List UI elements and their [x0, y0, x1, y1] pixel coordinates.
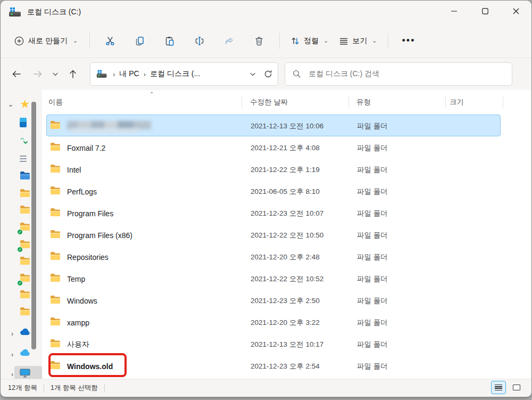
minimize-button[interactable] [439, 1, 470, 22]
status-bar: 12개 항목 1개 항목 선택함 [1, 379, 531, 397]
status-divider [44, 384, 44, 393]
sidebar-item-device[interactable] [1, 118, 42, 132]
file-row[interactable]: Program Files 2021-12-23 오전 10:07 파일 폴더 [46, 202, 501, 224]
column-headers: 이름 ⌃ 수정한 날짜 유형 크기 [42, 92, 531, 111]
sidebar-item-cloud[interactable]: › [1, 349, 42, 363]
sidebar-item-folder[interactable] [1, 189, 42, 202]
paste-icon [164, 36, 175, 46]
type-cell: 파일 폴더 [357, 246, 388, 268]
chevron-right-icon[interactable]: › [11, 371, 13, 378]
address-bar[interactable]: › 내 PC › 로컬 디스크 (... [90, 62, 278, 86]
sidebar-item-folder-check[interactable]: ✓ [1, 240, 42, 254]
rename-button[interactable] [185, 31, 214, 51]
large-icons-view-button[interactable] [509, 381, 524, 394]
sidebar-item-folder-check[interactable]: ✓ [1, 273, 42, 287]
file-row[interactable]: Foxmail 7.2 2021-12-21 오후 4:08 파일 폴더 [46, 136, 501, 158]
sidebar-item-folder[interactable] [1, 307, 42, 321]
folder-icon [20, 290, 30, 301]
sidebar-item-folder[interactable] [1, 205, 42, 219]
folder-icon [20, 307, 30, 318]
file-row[interactable]: Intel 2021-12-22 오후 1:19 파일 폴더 [46, 158, 501, 180]
breadcrumb-local-disk[interactable]: 로컬 디스크 (... [150, 69, 200, 79]
column-header-date[interactable]: 수정한 날짜 [250, 97, 288, 107]
size-cell [443, 290, 502, 312]
navigation-pane: ⌄★ ✓ ✓ ✓ [1, 90, 42, 379]
recent-locations-button[interactable] [48, 64, 62, 84]
column-header-name[interactable]: 이름 [48, 97, 63, 107]
type-cell: 파일 폴더 [357, 333, 388, 355]
folder-icon [50, 339, 61, 350]
folder-name: Foxmail 7.2 [67, 144, 105, 152]
header-divider[interactable] [445, 96, 446, 108]
file-row[interactable]: PerfLogs 2021-06-05 오후 8:10 파일 폴더 [46, 180, 501, 202]
sort-button[interactable]: 정렬 ⌄ [285, 32, 334, 50]
file-row[interactable]: xampp 2021-12-20 오후 3:22 파일 폴더 [46, 311, 501, 333]
sidebar-item-sync-arrows[interactable] [1, 137, 42, 151]
address-dropdown-icon[interactable] [250, 72, 255, 76]
view-toggles [491, 381, 524, 394]
size-cell [443, 115, 502, 137]
date-modified-cell: 2021-12-23 오후 2:50 [251, 290, 320, 312]
type-cell: 파일 폴더 [357, 159, 388, 181]
file-row[interactable]: 2021-12-13 오전 10:06 파일 폴더 [46, 115, 501, 136]
file-list: 이름 ⌃ 수정한 날짜 유형 크기 2021-12-13 오전 10:06 파일… [42, 90, 531, 379]
favorites-star-icon: ★ [20, 99, 30, 110]
folder-check-icon: ✓ [20, 222, 30, 233]
details-view-icon [495, 383, 502, 391]
size-cell [443, 159, 502, 181]
details-view-button[interactable] [491, 381, 506, 394]
blue-folder-icon [20, 171, 30, 182]
up-button[interactable] [62, 64, 84, 84]
sidebar-item-folder-check[interactable]: ✓ [1, 222, 42, 236]
search-box[interactable]: 로컬 디스크 (C:) 검색 [285, 62, 512, 86]
new-button[interactable]: 새로 만들기 ⌄ [8, 32, 84, 50]
trash-icon [254, 36, 264, 46]
sidebar-item-this-pc[interactable]: › [1, 369, 42, 379]
column-header-type[interactable]: 유형 [356, 97, 371, 107]
sidebar-item-onedrive-cloud[interactable]: › [1, 328, 42, 342]
file-row[interactable]: 사용자 2021-12-13 오전 10:17 파일 폴더 [46, 333, 501, 355]
sidebar-item-favorites-star[interactable]: ⌄★ [1, 99, 42, 112]
list-icon [20, 154, 27, 164]
file-row[interactable]: Windows.old 2021-12-23 오후 2:54 파일 폴더 [46, 355, 501, 377]
maximize-button[interactable] [470, 1, 501, 22]
name-cell: Repositories [50, 246, 109, 268]
sidebar-item-list[interactable] [1, 154, 42, 168]
sidebar-item-folder[interactable] [1, 256, 42, 270]
sidebar-item-folder[interactable] [1, 290, 42, 304]
column-header-size[interactable]: 크기 [450, 97, 464, 107]
file-row[interactable]: Windows 2021-12-23 오후 2:50 파일 폴더 [46, 289, 501, 311]
folder-icon [20, 205, 30, 216]
breadcrumb-my-pc[interactable]: 내 PC [119, 69, 139, 79]
file-row[interactable]: Program Files (x86) 2021-12-22 오전 10:50 … [46, 224, 501, 246]
chevron-down-icon[interactable]: ⌄ [8, 101, 13, 108]
more-options-button[interactable]: ••• [394, 35, 424, 46]
header-divider[interactable] [348, 96, 349, 108]
sidebar-item-blue-folder[interactable] [1, 171, 42, 185]
file-row[interactable]: Repositories 2021-12-20 오후 2:48 파일 폴더 [46, 246, 501, 267]
refresh-icon[interactable] [264, 70, 272, 78]
size-cell [443, 268, 502, 290]
delete-button[interactable] [244, 31, 274, 51]
paste-button[interactable] [155, 31, 185, 51]
file-row[interactable]: Temp 2021-12-22 오전 10:52 파일 폴더 [46, 267, 501, 289]
view-button[interactable]: 보기 ⌄ [334, 32, 382, 50]
type-cell: 파일 폴더 [357, 312, 388, 333]
back-button[interactable] [6, 64, 27, 84]
name-cell: Windows [50, 290, 97, 312]
share-button[interactable] [214, 31, 244, 51]
blurred-folder-name [67, 120, 151, 133]
this-pc-icon [20, 369, 30, 379]
chevron-right-icon[interactable]: › [11, 330, 13, 338]
selected-count: 1개 항목 선택함 [51, 383, 98, 393]
close-button[interactable] [501, 1, 531, 22]
header-divider[interactable] [503, 96, 503, 108]
name-cell: 사용자 [50, 333, 89, 355]
name-cell [50, 115, 151, 137]
header-divider[interactable] [242, 96, 242, 108]
view-icon [339, 36, 348, 46]
copy-button[interactable] [125, 31, 155, 51]
forward-button[interactable] [27, 64, 48, 84]
chevron-right-icon[interactable]: › [11, 351, 13, 358]
cut-button[interactable] [95, 31, 125, 51]
